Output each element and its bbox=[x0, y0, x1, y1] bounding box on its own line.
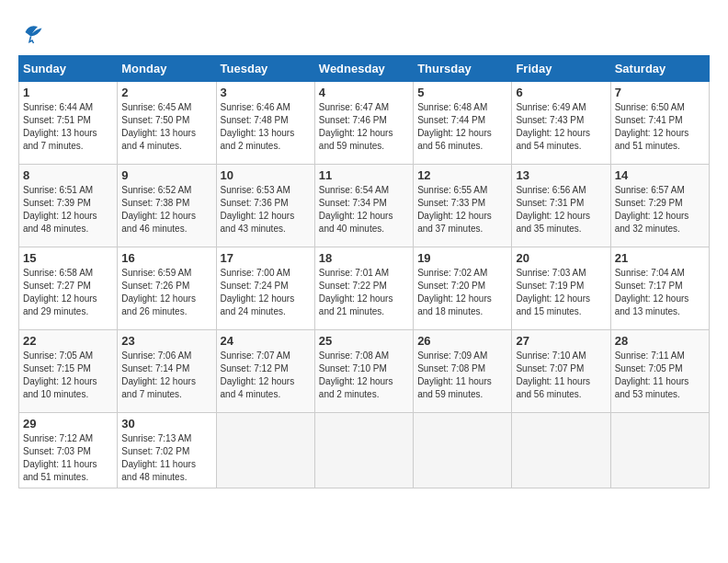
calendar-week-row: 22Sunrise: 7:05 AMSunset: 7:15 PMDayligh… bbox=[19, 330, 710, 413]
day-info: Sunrise: 7:10 AMSunset: 7:07 PMDaylight:… bbox=[516, 350, 606, 401]
day-info: Sunrise: 6:59 AMSunset: 7:26 PMDaylight:… bbox=[121, 267, 211, 318]
day-number: 3 bbox=[221, 86, 311, 99]
calendar-cell: 21Sunrise: 7:04 AMSunset: 7:17 PMDayligh… bbox=[610, 247, 709, 330]
day-info: Sunrise: 7:08 AMSunset: 7:10 PMDaylight:… bbox=[319, 350, 409, 401]
calendar-cell: 20Sunrise: 7:03 AMSunset: 7:19 PMDayligh… bbox=[512, 247, 610, 330]
day-number: 17 bbox=[221, 251, 311, 265]
calendar-cell: 15Sunrise: 6:58 AMSunset: 7:27 PMDayligh… bbox=[19, 247, 118, 330]
calendar-body: 1Sunrise: 6:44 AMSunset: 7:51 PMDaylight… bbox=[19, 82, 710, 488]
calendar-cell: 12Sunrise: 6:55 AMSunset: 7:33 PMDayligh… bbox=[414, 165, 512, 247]
calendar-cell: 22Sunrise: 7:05 AMSunset: 7:15 PMDayligh… bbox=[19, 330, 118, 413]
weekday-header-saturday: Saturday bbox=[610, 56, 709, 82]
page-header bbox=[18, 18, 710, 46]
day-info: Sunrise: 6:47 AMSunset: 7:46 PMDaylight:… bbox=[319, 101, 409, 153]
calendar-week-row: 15Sunrise: 6:58 AMSunset: 7:27 PMDayligh… bbox=[19, 247, 710, 330]
day-info: Sunrise: 6:49 AMSunset: 7:43 PMDaylight:… bbox=[516, 101, 606, 153]
day-number: 18 bbox=[319, 251, 409, 265]
day-number: 9 bbox=[121, 168, 211, 182]
day-number: 21 bbox=[615, 251, 705, 265]
day-info: Sunrise: 6:54 AMSunset: 7:34 PMDaylight:… bbox=[319, 184, 409, 236]
day-number: 2 bbox=[121, 86, 211, 99]
day-number: 28 bbox=[615, 334, 705, 348]
weekday-header-wednesday: Wednesday bbox=[314, 56, 413, 82]
day-info: Sunrise: 7:04 AMSunset: 7:17 PMDaylight:… bbox=[615, 267, 705, 318]
calendar-cell: 13Sunrise: 6:56 AMSunset: 7:31 PMDayligh… bbox=[512, 165, 610, 247]
day-info: Sunrise: 6:55 AMSunset: 7:33 PMDaylight:… bbox=[417, 184, 507, 236]
day-number: 6 bbox=[516, 86, 606, 99]
day-number: 1 bbox=[23, 86, 113, 99]
calendar-cell bbox=[216, 413, 314, 488]
calendar-header-row: SundayMondayTuesdayWednesdayThursdayFrid… bbox=[19, 56, 710, 82]
calendar-cell: 3Sunrise: 6:46 AMSunset: 7:48 PMDaylight… bbox=[216, 82, 314, 165]
day-number: 27 bbox=[516, 334, 606, 348]
day-info: Sunrise: 7:05 AMSunset: 7:15 PMDaylight:… bbox=[23, 350, 113, 401]
day-number: 12 bbox=[417, 168, 507, 182]
day-info: Sunrise: 6:51 AMSunset: 7:39 PMDaylight:… bbox=[23, 184, 113, 236]
calendar-cell: 28Sunrise: 7:11 AMSunset: 7:05 PMDayligh… bbox=[610, 330, 709, 413]
calendar-cell: 27Sunrise: 7:10 AMSunset: 7:07 PMDayligh… bbox=[512, 330, 610, 413]
day-number: 15 bbox=[23, 251, 113, 265]
day-number: 8 bbox=[23, 168, 113, 182]
day-number: 19 bbox=[417, 251, 507, 265]
day-number: 29 bbox=[23, 417, 113, 431]
weekday-header-thursday: Thursday bbox=[414, 56, 512, 82]
calendar-cell: 17Sunrise: 7:00 AMSunset: 7:24 PMDayligh… bbox=[216, 247, 314, 330]
calendar-cell: 16Sunrise: 6:59 AMSunset: 7:26 PMDayligh… bbox=[118, 247, 216, 330]
calendar-cell bbox=[414, 413, 512, 488]
day-number: 23 bbox=[121, 334, 211, 348]
day-number: 14 bbox=[615, 168, 705, 182]
day-info: Sunrise: 6:48 AMSunset: 7:44 PMDaylight:… bbox=[417, 101, 507, 153]
calendar-cell: 8Sunrise: 6:51 AMSunset: 7:39 PMDaylight… bbox=[19, 165, 118, 247]
day-info: Sunrise: 6:52 AMSunset: 7:38 PMDaylight:… bbox=[121, 184, 211, 236]
day-info: Sunrise: 7:06 AMSunset: 7:14 PMDaylight:… bbox=[121, 350, 211, 401]
calendar-cell: 29Sunrise: 7:12 AMSunset: 7:03 PMDayligh… bbox=[19, 413, 118, 488]
calendar-table: SundayMondayTuesdayWednesdayThursdayFrid… bbox=[18, 55, 710, 488]
day-number: 7 bbox=[615, 86, 705, 99]
day-info: Sunrise: 7:02 AMSunset: 7:20 PMDaylight:… bbox=[417, 267, 507, 318]
weekday-header-tuesday: Tuesday bbox=[216, 56, 314, 82]
calendar-week-row: 1Sunrise: 6:44 AMSunset: 7:51 PMDaylight… bbox=[19, 82, 710, 165]
calendar-cell: 18Sunrise: 7:01 AMSunset: 7:22 PMDayligh… bbox=[314, 247, 413, 330]
calendar-cell bbox=[512, 413, 610, 488]
day-info: Sunrise: 6:46 AMSunset: 7:48 PMDaylight:… bbox=[221, 101, 311, 153]
day-number: 22 bbox=[23, 334, 113, 348]
calendar-cell: 11Sunrise: 6:54 AMSunset: 7:34 PMDayligh… bbox=[314, 165, 413, 247]
calendar-cell: 26Sunrise: 7:09 AMSunset: 7:08 PMDayligh… bbox=[414, 330, 512, 413]
day-number: 30 bbox=[121, 417, 211, 431]
calendar-cell: 9Sunrise: 6:52 AMSunset: 7:38 PMDaylight… bbox=[118, 165, 216, 247]
calendar-cell: 5Sunrise: 6:48 AMSunset: 7:44 PMDaylight… bbox=[414, 82, 512, 165]
day-info: Sunrise: 6:50 AMSunset: 7:41 PMDaylight:… bbox=[615, 101, 705, 153]
calendar-cell: 4Sunrise: 6:47 AMSunset: 7:46 PMDaylight… bbox=[314, 82, 413, 165]
calendar-cell bbox=[610, 413, 709, 488]
calendar-cell: 24Sunrise: 7:07 AMSunset: 7:12 PMDayligh… bbox=[216, 330, 314, 413]
calendar-week-row: 8Sunrise: 6:51 AMSunset: 7:39 PMDaylight… bbox=[19, 165, 710, 247]
calendar-cell: 7Sunrise: 6:50 AMSunset: 7:41 PMDaylight… bbox=[610, 82, 709, 165]
day-number: 24 bbox=[221, 334, 311, 348]
calendar-cell bbox=[314, 413, 413, 488]
calendar-cell: 23Sunrise: 7:06 AMSunset: 7:14 PMDayligh… bbox=[118, 330, 216, 413]
day-info: Sunrise: 6:53 AMSunset: 7:36 PMDaylight:… bbox=[221, 184, 311, 236]
day-number: 11 bbox=[319, 168, 409, 182]
day-info: Sunrise: 7:09 AMSunset: 7:08 PMDaylight:… bbox=[417, 350, 507, 401]
calendar-cell: 19Sunrise: 7:02 AMSunset: 7:20 PMDayligh… bbox=[414, 247, 512, 330]
day-number: 13 bbox=[516, 168, 606, 182]
day-info: Sunrise: 7:00 AMSunset: 7:24 PMDaylight:… bbox=[221, 267, 311, 318]
day-info: Sunrise: 6:45 AMSunset: 7:50 PMDaylight:… bbox=[121, 101, 211, 153]
day-number: 4 bbox=[319, 86, 409, 99]
calendar-cell: 10Sunrise: 6:53 AMSunset: 7:36 PMDayligh… bbox=[216, 165, 314, 247]
day-number: 10 bbox=[221, 168, 311, 182]
day-info: Sunrise: 6:57 AMSunset: 7:29 PMDaylight:… bbox=[615, 184, 705, 236]
calendar-cell: 6Sunrise: 6:49 AMSunset: 7:43 PMDaylight… bbox=[512, 82, 610, 165]
day-info: Sunrise: 7:01 AMSunset: 7:22 PMDaylight:… bbox=[319, 267, 409, 318]
calendar-cell: 2Sunrise: 6:45 AMSunset: 7:50 PMDaylight… bbox=[118, 82, 216, 165]
weekday-header-monday: Monday bbox=[118, 56, 216, 82]
day-number: 16 bbox=[121, 251, 211, 265]
day-number: 5 bbox=[417, 86, 507, 99]
day-number: 25 bbox=[319, 334, 409, 348]
calendar-week-row: 29Sunrise: 7:12 AMSunset: 7:03 PMDayligh… bbox=[19, 413, 710, 488]
day-number: 20 bbox=[516, 251, 606, 265]
logo-icon bbox=[18, 18, 46, 46]
day-info: Sunrise: 7:07 AMSunset: 7:12 PMDaylight:… bbox=[221, 350, 311, 401]
day-info: Sunrise: 7:12 AMSunset: 7:03 PMDaylight:… bbox=[23, 432, 113, 484]
day-info: Sunrise: 7:13 AMSunset: 7:02 PMDaylight:… bbox=[121, 432, 211, 484]
